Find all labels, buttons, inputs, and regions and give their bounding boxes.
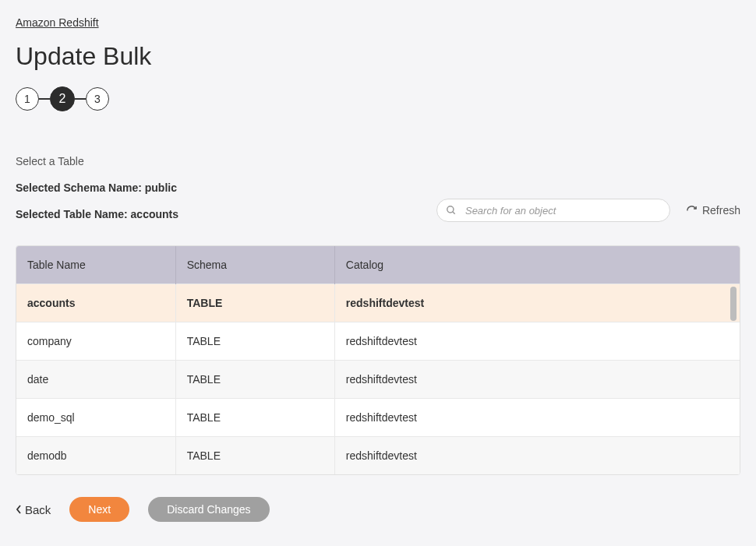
tables-table: Table Name Schema Catalog accountsTABLEr… [16, 246, 740, 474]
col-header-name[interactable]: Table Name [16, 246, 175, 284]
table-row[interactable]: dateTABLEredshiftdevtest [16, 361, 740, 399]
cell-catalog: redshiftdevtest [334, 322, 740, 361]
section-label: Select a Table [16, 155, 740, 167]
table-row[interactable]: demo_sqlTABLEredshiftdevtest [16, 399, 740, 437]
search-input[interactable] [436, 199, 670, 222]
table-container: Table Name Schema Catalog accountsTABLEr… [16, 245, 740, 475]
cell-name: company [16, 322, 175, 361]
search-wrapper [436, 199, 670, 222]
discard-button[interactable]: Discard Changes [148, 497, 269, 522]
cell-catalog: redshiftdevtest [334, 284, 740, 322]
refresh-icon [686, 205, 698, 217]
cell-schema: TABLE [175, 284, 334, 322]
scrollbar[interactable] [729, 287, 738, 473]
table-row[interactable]: companyTABLEredshiftdevtest [16, 322, 740, 361]
cell-schema: TABLE [175, 399, 334, 437]
refresh-button[interactable]: Refresh [686, 204, 740, 217]
cell-name: date [16, 361, 175, 399]
table-row[interactable]: demodbTABLEredshiftdevtest [16, 437, 740, 475]
selected-schema-label: Selected Schema Name: public [16, 181, 740, 194]
cell-name: demo_sql [16, 399, 175, 437]
breadcrumb[interactable]: Amazon Redshift [16, 16, 99, 29]
page-title: Update Bulk [16, 42, 740, 71]
cell-catalog: redshiftdevtest [334, 361, 740, 399]
back-label: Back [25, 503, 51, 516]
scrollbar-thumb[interactable] [730, 287, 737, 321]
chevron-left-icon [16, 505, 22, 514]
cell-catalog: redshiftdevtest [334, 437, 740, 475]
cell-name: demodb [16, 437, 175, 475]
step-connector [39, 98, 50, 100]
step-connector [75, 98, 86, 100]
refresh-label: Refresh [702, 204, 740, 217]
step-2[interactable]: 2 [50, 86, 75, 111]
svg-line-1 [453, 212, 455, 214]
footer-actions: Back Next Discard Changes [16, 497, 740, 522]
search-icon [446, 205, 457, 216]
cell-catalog: redshiftdevtest [334, 399, 740, 437]
col-header-catalog[interactable]: Catalog [334, 246, 740, 284]
cell-schema: TABLE [175, 322, 334, 361]
stepper: 1 2 3 [16, 86, 740, 111]
table-row[interactable]: accountsTABLEredshiftdevtest [16, 284, 740, 322]
cell-schema: TABLE [175, 437, 334, 475]
col-header-schema[interactable]: Schema [175, 246, 334, 284]
step-3[interactable]: 3 [86, 87, 109, 111]
next-button[interactable]: Next [69, 497, 129, 522]
step-1[interactable]: 1 [16, 87, 39, 111]
back-button[interactable]: Back [16, 503, 51, 516]
svg-point-0 [447, 206, 454, 213]
cell-name: accounts [16, 284, 175, 322]
cell-schema: TABLE [175, 361, 334, 399]
